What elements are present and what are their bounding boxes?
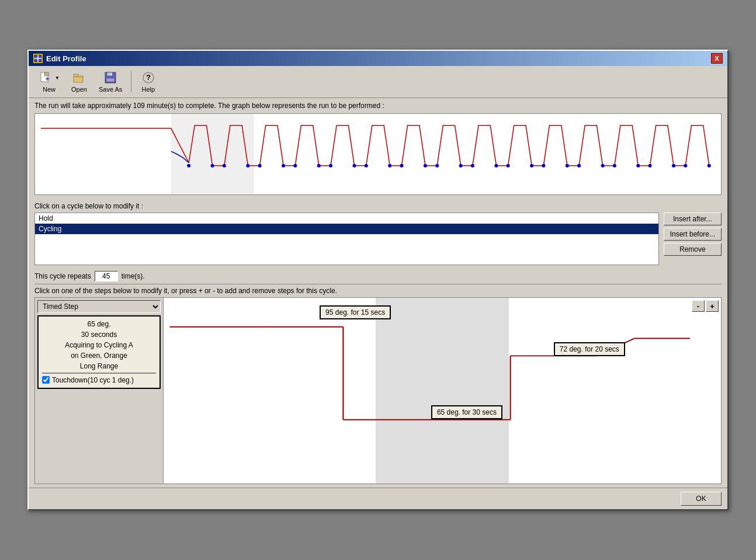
save-as-button[interactable]: Save As [93,68,127,95]
svg-rect-13 [106,78,115,82]
step-type-row: Timed Step [37,300,161,313]
svg-point-49 [684,164,687,168]
svg-point-24 [246,164,249,168]
svg-point-29 [329,164,332,168]
new-icon [39,71,53,85]
steps-left-panel: Timed Step 65 deg. 30 seconds Acquiring … [35,298,164,484]
svg-point-43 [577,164,581,168]
svg-point-26 [282,164,285,168]
svg-point-36 [459,164,463,168]
svg-point-45 [613,164,616,168]
svg-point-42 [566,164,569,168]
svg-point-32 [388,164,391,168]
repeat-input[interactable] [95,271,118,281]
label-box-0: 95 deg. for 15 secs [320,305,391,319]
help-label: Help [141,86,155,93]
svg-point-37 [471,164,474,168]
help-button[interactable]: ? Help [135,68,161,95]
step-param-4: Long Range [42,361,156,371]
insert-after-button[interactable]: Insert after... [664,213,722,225]
svg-point-27 [293,164,297,168]
toolbar: ▼ New Open Sav [29,66,727,98]
open-label: Open [71,86,87,93]
svg-point-22 [211,164,214,168]
new-button[interactable]: ▼ New [33,68,65,95]
info-text: The run will take approximately 109 minu… [34,102,722,110]
save-as-label: Save As [99,86,122,93]
main-graph [34,113,722,195]
svg-rect-9 [74,74,78,76]
label-box-2: 72 deg. for 20 secs [554,342,625,356]
cycles-list-area: Hold Cycling [34,213,659,265]
svg-rect-14 [111,73,112,75]
save-as-icon [103,71,117,85]
svg-point-48 [672,164,675,168]
svg-point-34 [424,164,427,168]
repeat-row: This cycle repeats time(s). [34,271,722,281]
svg-point-50 [708,164,711,168]
title-bar: Edit Profile X [29,51,727,66]
remove-button[interactable]: Remove [664,243,722,256]
svg-rect-17 [35,114,721,194]
cycles-row: Hold Cycling Insert after... Insert befo… [34,213,722,265]
svg-point-25 [258,164,262,168]
svg-point-33 [400,164,403,168]
step-param-2: Acquiring to Cycling A [42,340,156,350]
open-icon [72,71,86,85]
steps-graph-area: - + [164,298,721,484]
cycles-section: Click on a cycle below to modify it : Ho… [34,200,722,267]
svg-point-46 [636,164,640,168]
touchdown-label: Touchdown(10 cyc 1 deg.) [52,376,134,384]
svg-point-30 [352,164,356,168]
svg-point-41 [542,164,545,168]
cycles-label: Click on a cycle below to modify it : [34,202,722,210]
step-type-select[interactable]: Timed Step [37,300,161,313]
cycle-item-hold[interactable]: Hold [35,213,658,224]
repeat-prefix: This cycle repeats [34,272,91,280]
app-icon [33,54,43,63]
divider [34,284,722,284]
label-box-1: 65 deg. for 30 secs [431,405,502,419]
svg-point-35 [435,164,439,168]
svg-point-21 [187,164,190,168]
bottom-bar: OK [29,488,727,509]
help-icon: ? [141,71,155,85]
svg-point-40 [530,164,533,168]
cycle-item-cycling[interactable]: Cycling [35,224,658,234]
svg-point-31 [365,164,368,168]
step-param-0: 65 deg. [42,319,156,329]
toolbar-separator [131,71,131,92]
cycles-list[interactable]: Hold Cycling [34,213,659,265]
svg-point-23 [223,164,226,168]
svg-text:?: ? [146,73,151,82]
content-area: The run will take approximately 109 minu… [29,98,727,488]
window-title: Edit Profile [46,54,86,63]
step-params-box: 65 deg. 30 seconds Acquiring to Cycling … [37,315,161,389]
svg-point-39 [507,164,510,168]
touchdown-checkbox[interactable] [42,376,50,384]
step-param-3: on Green, Orange [42,350,156,361]
new-dropdown-arrow: ▼ [55,75,60,81]
repeat-suffix: time(s). [122,272,145,280]
steps-info: Click on one of the steps below to modif… [34,287,722,295]
step-checkbox-item: Touchdown(10 cyc 1 deg.) [42,375,156,385]
open-button[interactable]: Open [66,68,92,95]
close-button[interactable]: X [711,53,723,64]
svg-point-28 [317,164,321,168]
svg-rect-8 [74,76,83,82]
title-bar-left: Edit Profile [33,54,86,63]
cycles-buttons: Insert after... Insert before... Remove [664,213,722,256]
steps-area: Timed Step 65 deg. 30 seconds Acquiring … [34,297,722,484]
step-param-1: 30 seconds [42,329,156,340]
svg-point-38 [494,164,498,168]
new-label: New [43,86,56,93]
svg-rect-18 [171,114,254,194]
ok-button[interactable]: OK [681,492,722,506]
insert-before-button[interactable]: Insert before... [664,228,722,241]
main-window: Edit Profile X ▼ New [27,50,729,510]
svg-point-47 [649,164,652,168]
svg-point-44 [601,164,605,168]
